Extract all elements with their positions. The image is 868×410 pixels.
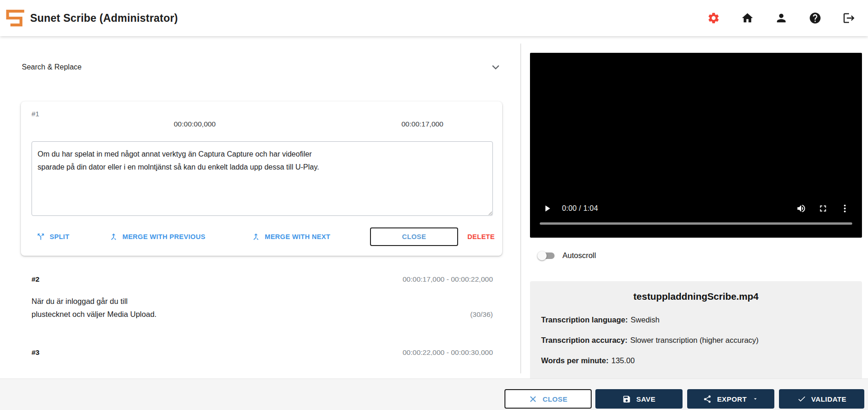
close-button[interactable]: CLOSE <box>504 389 592 409</box>
header-icon-bar <box>706 11 868 25</box>
share-icon <box>703 395 712 404</box>
help-icon[interactable] <box>808 11 823 25</box>
segment-delete-button[interactable]: DELETE <box>467 233 495 240</box>
video-player[interactable]: 0:00 / 1:04 <box>530 53 862 238</box>
video-progress-bar[interactable] <box>540 222 852 225</box>
validate-label: VALIDATE <box>811 395 847 403</box>
autoscroll-toggle[interactable] <box>539 252 555 259</box>
segment-row-2[interactable]: #2 00:00:17,000 - 00:00:22,000 <box>32 275 493 284</box>
segment-row-3[interactable]: #3 00:00:22,000 - 00:00:30,000 <box>32 348 493 355</box>
user-icon[interactable] <box>774 11 789 25</box>
save-button[interactable]: SAVE <box>595 389 683 409</box>
segment-editor-card: #1 00:00:00,000 00:00:17,000 Om du har s… <box>21 101 502 256</box>
media-filename: testuppladdningScribe.mp4 <box>530 291 862 302</box>
segment-number: #3 <box>32 348 39 355</box>
transcript-panel: Search & Replace #1 00:00:00,000 00:00:1… <box>0 36 520 355</box>
settings-gear-icon[interactable] <box>706 11 721 25</box>
more-options-icon[interactable] <box>840 203 850 214</box>
char-counter: (30/36) <box>32 310 493 319</box>
close-x-icon <box>529 395 537 404</box>
segment-start-time: 00:00:00,000 <box>174 120 216 128</box>
main-content: Search & Replace #1 00:00:00,000 00:00:1… <box>0 36 868 378</box>
check-icon <box>797 394 806 404</box>
logout-icon[interactable] <box>842 11 856 25</box>
caret-down-icon <box>752 396 759 402</box>
merge-with-next-button[interactable]: MERGE WITH NEXT <box>251 232 330 241</box>
search-replace-label: Search & Replace <box>22 63 82 71</box>
merge-with-previous-button[interactable]: MERGE WITH PREVIOUS <box>109 232 205 241</box>
info-label: Words per minute: <box>541 356 608 365</box>
export-button[interactable]: EXPORT <box>687 389 774 409</box>
segment-time-range: 00:00:17,000 - 00:00:22,000 <box>402 275 493 284</box>
info-row-wpm: Words per minute:135.00 <box>541 356 862 365</box>
export-label: EXPORT <box>717 395 747 403</box>
info-value: Swedish <box>631 315 659 324</box>
app-title: Sunet Scribe (Administrator) <box>30 12 178 25</box>
info-value: 135.00 <box>611 356 634 365</box>
video-time-display: 0:00 / 1:04 <box>562 204 598 213</box>
info-row-accuracy: Transcription accuracy:Slower transcript… <box>541 336 862 345</box>
segment-text-line: När du är inloggad går du till <box>32 295 157 308</box>
call-split-icon <box>36 232 45 241</box>
split-label: SPLIT <box>50 233 70 240</box>
close-label: CLOSE <box>542 395 568 403</box>
segment-end-time: 00:00:17,000 <box>402 120 444 128</box>
info-row-language: Transcription language:Swedish <box>541 315 862 324</box>
merge-icon <box>109 232 118 241</box>
chevron-down-icon[interactable] <box>491 63 500 71</box>
merge-previous-label: MERGE WITH PREVIOUS <box>122 233 205 240</box>
autoscroll-row: Autoscroll <box>539 251 596 260</box>
media-panel: 0:00 / 1:04 Au <box>521 36 868 378</box>
autoscroll-label: Autoscroll <box>562 251 596 260</box>
segment-number: #1 <box>32 110 39 118</box>
save-icon <box>622 395 631 404</box>
split-button[interactable]: SPLIT <box>36 232 70 241</box>
volume-icon[interactable] <box>796 203 806 214</box>
info-label: Transcription language: <box>541 315 628 324</box>
search-replace-accordion[interactable]: Search & Replace <box>22 60 500 74</box>
info-value: Slower transcription (higher accuracy) <box>630 336 759 344</box>
segment-time-range: 00:00:22,000 - 00:00:30,000 <box>402 348 493 355</box>
app-header: Sunet Scribe (Administrator) <box>0 0 868 36</box>
sunet-logo-icon <box>6 8 25 28</box>
fullscreen-icon[interactable] <box>818 203 828 214</box>
toggle-thumb <box>537 251 547 260</box>
segment-text-input[interactable]: Om du har spelat in med något annat verk… <box>32 141 493 216</box>
play-icon[interactable] <box>542 203 552 214</box>
merge-icon <box>251 232 261 241</box>
video-controls: 0:00 / 1:04 <box>530 201 862 216</box>
segment-close-button[interactable]: CLOSE <box>370 227 458 246</box>
merge-next-label: MERGE WITH NEXT <box>265 233 330 240</box>
validate-button[interactable]: VALIDATE <box>779 389 864 409</box>
home-icon[interactable] <box>740 11 755 25</box>
segment-number: #2 <box>32 275 39 284</box>
action-footer: CLOSE SAVE EXPORT VALIDATE <box>0 378 868 410</box>
media-info-panel: testuppladdningScribe.mp4 Transcription … <box>530 281 862 378</box>
info-label: Transcription accuracy: <box>541 336 627 344</box>
brand: Sunet Scribe (Administrator) <box>0 8 178 28</box>
save-label: SAVE <box>636 395 655 403</box>
